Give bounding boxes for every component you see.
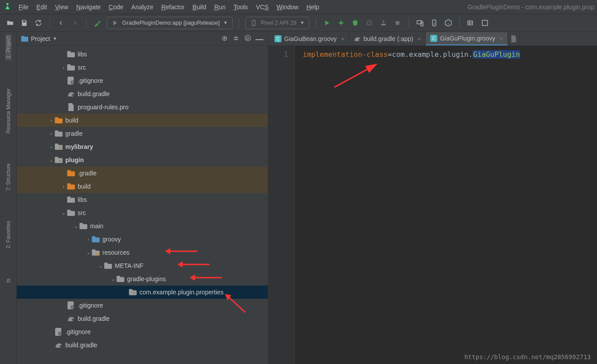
- chevron-right-icon[interactable]: ›: [85, 237, 92, 242]
- tree-node[interactable]: com.example.plugin.properties: [17, 286, 268, 299]
- folder-gray-icon: [55, 130, 63, 137]
- gitignore-icon: [67, 77, 75, 85]
- back-icon[interactable]: [56, 18, 66, 28]
- menu-navigate[interactable]: Navigate: [76, 4, 101, 11]
- search-everywhere-icon[interactable]: [480, 18, 490, 28]
- profile-icon[interactable]: [364, 18, 374, 28]
- device-selector-combo[interactable]: Pixel 2 API 29 ▼: [245, 17, 309, 29]
- tree-node[interactable]: build.gradle: [17, 87, 268, 100]
- tree-node[interactable]: libs: [17, 48, 268, 61]
- chevron-right-icon[interactable]: ›: [48, 145, 55, 149]
- sync-icon[interactable]: [34, 18, 43, 28]
- tree-node[interactable]: proguard-rules.pro: [17, 100, 268, 114]
- svg-point-13: [224, 37, 225, 39]
- hide-icon[interactable]: —: [255, 35, 263, 43]
- tree-node[interactable]: build.gradle: [17, 312, 268, 325]
- tree-node[interactable]: libs: [17, 193, 268, 206]
- sidebar-tab-resource-manager[interactable]: Resource Manager: [5, 87, 11, 135]
- tree-node[interactable]: ⌄main: [17, 219, 268, 233]
- close-tab-icon[interactable]: ×: [341, 36, 345, 42]
- chevron-right-icon[interactable]: ›: [60, 65, 67, 70]
- resource-manager-icon[interactable]: [443, 18, 453, 28]
- prop-eq: =: [388, 50, 392, 59]
- gradle-ele-icon: [67, 90, 75, 98]
- tree-node[interactable]: .gitignore: [17, 325, 268, 338]
- build-hammer-icon[interactable]: [93, 18, 102, 28]
- folder-gray-icon: [79, 222, 87, 230]
- debug-icon[interactable]: [336, 18, 346, 28]
- menu-build[interactable]: Build: [192, 4, 206, 11]
- menu-analyze[interactable]: Analyze: [131, 4, 154, 11]
- code-editor[interactable]: 1 implementation-class=com.example.plugi…: [268, 46, 597, 364]
- tree-node[interactable]: ›build: [17, 180, 268, 193]
- sidebar-tab-2-favorites[interactable]: 2: Favorites: [5, 219, 11, 250]
- folder-gray-icon: [67, 63, 75, 71]
- settings-gear-icon[interactable]: [244, 35, 252, 43]
- menu-refactor[interactable]: Refactor: [161, 4, 184, 11]
- avd-manager-icon[interactable]: [415, 18, 425, 28]
- menu-vcs[interactable]: VCS: [256, 4, 269, 11]
- select-opened-file-icon[interactable]: [221, 35, 229, 43]
- tree-node[interactable]: build.gradle: [17, 338, 268, 352]
- run-configuration-combo[interactable]: GradlePluginDemo:app [jiaguRelease] ▼: [107, 17, 233, 29]
- forward-icon[interactable]: [70, 18, 80, 28]
- chevron-down-icon[interactable]: ⌄: [109, 277, 116, 282]
- menu-file[interactable]: File: [19, 4, 29, 11]
- chevron-down-icon[interactable]: ⌄: [72, 224, 79, 229]
- menu-run[interactable]: Run: [214, 4, 225, 11]
- tree-node[interactable]: ›gradle: [17, 127, 268, 140]
- menu-code[interactable]: Code: [109, 4, 123, 11]
- tree-node[interactable]: ›build: [17, 114, 268, 127]
- tabs-overflow-icon[interactable]: [508, 32, 520, 45]
- chevron-down-icon[interactable]: ⌄: [85, 250, 92, 255]
- tree-node[interactable]: ›mylibrary: [17, 140, 268, 153]
- groovy-icon: C: [430, 35, 437, 42]
- tree-node[interactable]: ⌄plugin: [17, 153, 268, 167]
- sidebar-tab-ts[interactable]: ts: [5, 277, 11, 284]
- tree-node[interactable]: ⌄gradle-plugins: [17, 272, 268, 286]
- menu-edit[interactable]: Edit: [37, 4, 47, 11]
- close-tab-icon[interactable]: ×: [418, 36, 421, 42]
- chevron-down-icon[interactable]: ⌄: [48, 158, 55, 163]
- project-view-title: Project: [31, 35, 50, 42]
- save-icon[interactable]: [19, 18, 29, 28]
- sidebar-tab-7-structure[interactable]: 7: Structure: [5, 162, 11, 193]
- chevron-right-icon[interactable]: ›: [48, 131, 55, 136]
- tree-node[interactable]: ›groovy: [17, 233, 268, 246]
- collapse-all-icon[interactable]: [233, 35, 240, 43]
- sidebar-tab-1-project[interactable]: 1: Project: [5, 34, 11, 60]
- svg-rect-11: [21, 36, 24, 37]
- tree-node[interactable]: .gitignore: [17, 299, 268, 312]
- gradle-ele-icon: [354, 35, 361, 42]
- project-tree[interactable]: libs›src.gitignorebuild.gradleproguard-r…: [17, 46, 268, 364]
- svg-rect-0: [252, 20, 255, 26]
- tree-node[interactable]: ⌄resources: [17, 246, 268, 259]
- run-icon[interactable]: [322, 18, 332, 28]
- tree-node[interactable]: .gitignore: [17, 74, 268, 87]
- menu-help[interactable]: Help: [306, 4, 319, 11]
- chevron-down-icon[interactable]: ⌄: [60, 211, 67, 215]
- editor-tab[interactable]: build.gradle (:app)×: [349, 32, 426, 45]
- code-content: implementation-class=com.example.plugin.…: [295, 46, 520, 364]
- tree-node[interactable]: ›src: [17, 61, 268, 74]
- chevron-down-icon[interactable]: ▼: [53, 36, 57, 41]
- stop-icon[interactable]: [393, 18, 402, 28]
- editor-tab[interactable]: CGiaGuPlugin.groovy×: [426, 32, 508, 45]
- open-icon[interactable]: [5, 18, 15, 28]
- editor-tab[interactable]: CGiaGuBean.groovy×: [270, 32, 349, 45]
- tree-node[interactable]: ⌄META-INF: [17, 259, 268, 272]
- menu-window[interactable]: Window: [277, 4, 299, 11]
- menu-view[interactable]: View: [55, 4, 68, 11]
- chevron-down-icon[interactable]: ⌄: [97, 264, 104, 268]
- layout-inspector-icon[interactable]: [466, 18, 476, 28]
- tree-node[interactable]: .gradle: [17, 167, 268, 180]
- chevron-right-icon[interactable]: ›: [48, 118, 55, 123]
- apply-changes-icon[interactable]: [379, 18, 388, 28]
- sdk-manager-icon[interactable]: [429, 18, 439, 28]
- tree-node[interactable]: ⌄src: [17, 206, 268, 219]
- folder-gray-icon: [67, 196, 75, 204]
- close-tab-icon[interactable]: ×: [499, 35, 503, 42]
- chevron-right-icon[interactable]: ›: [60, 184, 67, 189]
- coverage-icon[interactable]: [350, 18, 360, 28]
- menu-tools[interactable]: Tools: [233, 4, 248, 11]
